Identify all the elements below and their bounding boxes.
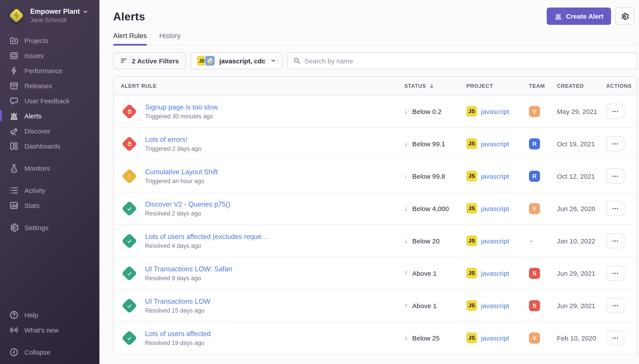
row-actions-button[interactable] [606,266,624,281]
status-cell: ↓ Below 4,000 [404,204,466,212]
search-box [287,52,637,69]
column-team: Team [529,83,557,89]
sidebar-nav: Projects Issues Performance Releases Use… [0,33,99,235]
resolved-check-icon [122,330,137,346]
project-link[interactable]: javascript [481,269,509,277]
sidebar-item-collapse[interactable]: Collapse [0,344,99,360]
whats-new-icon [9,325,19,334]
sidebar-item-stats[interactable]: Stats [0,198,99,213]
page-title: Alerts [113,10,145,23]
table-row: Cumulative Layout Shift Triggered an hou… [114,160,637,192]
tab-alert-rules[interactable]: Alert Rules [113,32,147,45]
project-link[interactable]: javascript [481,334,509,342]
sidebar-item-performance[interactable]: Performance [0,63,99,78]
alert-rule-link[interactable]: Cumulative Layout Shift [145,168,218,176]
resolved-check-icon [122,200,137,216]
tab-history[interactable]: History [159,32,181,45]
critical-fire-icon [122,136,137,152]
alerts-icon [9,111,19,120]
javascript-platform-icon: JS [466,332,477,343]
team-avatar: S [529,268,540,279]
project-cell: JS javascript [466,332,529,343]
status-arrow-icon: ↑ [404,270,408,277]
sidebar-item-activity[interactable]: Activity [0,183,99,198]
alert-rule-link[interactable]: UI Transactions LOW: Safari [145,265,232,273]
team-cell: V [529,106,557,117]
sidebar: Empower Plant Jane Schmidt Projects Issu… [0,0,99,364]
created-date: Jun 29, 2021 [557,269,606,277]
project-cell: JS javascript [466,203,529,214]
search-input[interactable] [305,57,631,64]
column-alert-rule: Alert Rule [114,83,404,89]
sidebar-item-issues[interactable]: Issues [0,48,99,63]
project-link[interactable]: javascript [481,302,509,309]
releases-icon [9,81,19,90]
create-alert-label: Create Alert [566,12,603,20]
status-label: Below 20 [412,237,440,244]
settings-button[interactable] [615,8,634,25]
issues-icon [9,51,19,60]
sidebar-item-user-feedback[interactable]: User Feedback [0,93,99,108]
project-selector[interactable]: JS javascript, cdc [191,52,282,69]
alert-rule-link[interactable]: Discover V2 - Queries p75() [145,200,230,208]
created-date: Feb 10, 2020 [557,334,606,342]
row-actions-button[interactable] [606,330,624,346]
sidebar-item-dashboards[interactable]: Dashboards [0,138,99,154]
column-status[interactable]: Status [404,83,466,89]
sidebar-item-releases[interactable]: Releases [0,78,99,93]
team-avatar: V [529,203,540,214]
alert-rule-link[interactable]: UI Transactions LOW [145,297,211,305]
filter-icon [120,57,127,64]
sidebar-item-discover[interactable]: Discover [0,123,99,138]
settings-icon [9,223,19,232]
table-row: Lots of errors! Triggered 2 days ago ↓ B… [114,128,637,160]
row-actions-button[interactable] [606,298,624,313]
sidebar-item-monitors[interactable]: Monitors [0,160,99,176]
column-project: Project [466,83,529,89]
sidebar-item-help[interactable]: Help [0,307,99,322]
alert-rule-subtitle: Resolved 15 days ago [145,307,211,314]
filter-bar: 2 Active Filters JS javascript, cdc [113,52,637,69]
status-cell: ↑ Above 1 [404,269,466,277]
alert-rule-subtitle: Triggered 2 days ago [145,145,201,152]
sidebar-footer-nav: Help What's new Collapse [0,307,99,360]
table-body: Signup page is too slow Triggered 30 min… [114,95,637,354]
row-actions-button[interactable] [606,201,624,216]
status-cell: ↓ Below 20 [404,237,466,244]
alert-rule-link[interactable]: Lots of users affected (excludes reque… [145,232,268,240]
resolved-check-icon [122,298,137,314]
project-link[interactable]: javascript [481,204,509,212]
active-filters-button[interactable]: 2 Active Filters [113,52,186,69]
row-actions-button[interactable] [606,136,624,151]
siren-icon [554,12,562,20]
row-actions-button[interactable] [606,104,624,119]
table-row: Lots of users affected Resolved 19 days … [114,322,637,354]
project-link[interactable]: javascript [481,140,509,148]
project-link[interactable]: javascript [481,108,509,115]
sidebar-item-what-s-new[interactable]: What's new [0,322,99,338]
alert-rule-link[interactable]: Lots of users affected [145,330,211,338]
org-switcher[interactable]: Empower Plant Jane Schmidt [0,0,99,30]
team-cell: R [529,170,557,182]
create-alert-button[interactable]: Create Alert [546,8,611,25]
project-cell: JS javascript [466,268,529,278]
sidebar-item-alerts[interactable]: Alerts [0,108,99,123]
alert-rule-subtitle: Triggered an hour ago [145,178,218,184]
alert-rule-link[interactable]: Signup page is too slow [145,103,218,111]
resolved-check-icon [122,265,137,281]
row-actions-button[interactable] [606,233,624,248]
alert-rule-subtitle: Resolved 19 days ago [145,340,211,346]
alert-rule-link[interactable]: Lots of errors! [145,136,201,144]
sidebar-item-projects[interactable]: Projects [0,33,99,48]
created-date: Oct 12, 2021 [557,172,606,180]
created-date: Jun 29, 2021 [557,302,606,309]
discover-icon [9,126,19,136]
project-link[interactable]: javascript [481,237,509,244]
sidebar-item-settings[interactable]: Settings [0,220,99,235]
collapse-icon [9,347,19,357]
critical-fire-icon [122,104,137,119]
project-link[interactable]: javascript [481,172,509,180]
column-created: Created [557,83,606,89]
row-actions-button[interactable] [606,168,624,184]
team-cell: S [529,268,557,279]
